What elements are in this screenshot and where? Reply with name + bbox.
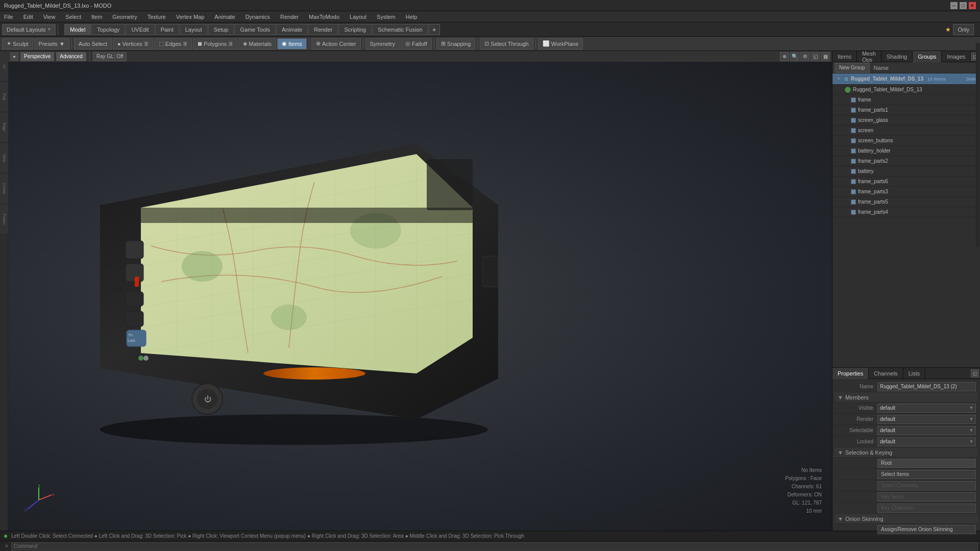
scene-item-frame-parts1[interactable]: frame_parts1: [832, 105, 980, 115]
root-button[interactable]: Root: [877, 459, 976, 468]
scene-item-frame-parts5[interactable]: frame_parts5: [832, 197, 980, 207]
auto-select-button[interactable]: Auto Select: [74, 38, 112, 49]
vp-icon3[interactable]: ⚙: [800, 52, 810, 61]
render-dropdown[interactable]: default ▼: [877, 415, 976, 424]
tab-topology[interactable]: Topology: [91, 24, 125, 35]
menu-help[interactable]: Help: [404, 13, 420, 21]
workplane-button[interactable]: ⬜ WorkPlane: [538, 38, 583, 49]
scene-item-group-member[interactable]: Rugged_Tablet_Mildef_DS_13: [832, 85, 980, 95]
select-through-button[interactable]: ⊡ Select Through: [480, 38, 533, 49]
tab-animate[interactable]: Animate: [276, 24, 308, 35]
tab-items[interactable]: Items: [832, 51, 857, 62]
ray-gl-button[interactable]: Ray GL: Off: [93, 52, 127, 61]
perspective-button[interactable]: Perspective: [20, 52, 54, 61]
menu-view[interactable]: View: [41, 13, 58, 21]
falloff-button[interactable]: ◎ Falloff: [401, 38, 432, 49]
tab-game-tools[interactable]: Game Tools: [234, 24, 276, 35]
scene-item-battery[interactable]: battery: [832, 166, 980, 177]
menu-maxtomodo[interactable]: MaxToModo: [307, 13, 341, 21]
vt-fusion-button[interactable]: Fusion: [0, 204, 8, 235]
select-channels-button[interactable]: Select Channels: [877, 481, 976, 490]
menu-file[interactable]: File: [2, 13, 15, 21]
scene-item-screen-buttons[interactable]: screen_buttons: [832, 136, 980, 146]
vt-uv-button[interactable]: UV: [0, 51, 8, 82]
menu-item[interactable]: Item: [89, 13, 104, 21]
vp-icon1[interactable]: ⊕: [780, 52, 789, 61]
menu-render[interactable]: Render: [278, 13, 301, 21]
polygons-button[interactable]: ◼ Polygons 3: [193, 38, 237, 49]
locked-dropdown[interactable]: default ▼: [877, 437, 976, 446]
maximize-button[interactable]: □: [960, 2, 967, 9]
key-items-button[interactable]: Key Items: [877, 492, 976, 502]
onion-toggle-icon[interactable]: ▼: [838, 516, 843, 522]
props-tab-channels[interactable]: Channels: [869, 368, 903, 379]
items-button[interactable]: ◉ Items: [277, 38, 307, 49]
vp-icon2[interactable]: 🔍: [790, 52, 799, 61]
default-layouts-button[interactable]: Default Layouts ▼: [2, 24, 56, 35]
viewport-canvas[interactable]: ⏻ Fn Lock: [8, 62, 832, 531]
vt-verts-button[interactable]: Verts: [0, 143, 8, 173]
vt-edge-button[interactable]: Edge: [0, 112, 8, 143]
materials-button[interactable]: ◈ Materials: [238, 38, 276, 49]
vp-icon4[interactable]: ◱: [811, 52, 820, 61]
visible-dropdown[interactable]: default ▼: [877, 404, 976, 413]
scene-item-frame-parts4[interactable]: frame_parts4: [832, 207, 980, 217]
tab-scripting[interactable]: Scripting: [338, 24, 372, 35]
name-input[interactable]: [877, 382, 976, 391]
selectable-dropdown[interactable]: default ▼: [877, 426, 976, 435]
scene-item-battery-holder[interactable]: battery_holder: [832, 146, 980, 156]
menu-system[interactable]: System: [375, 13, 398, 21]
vt-poly-button[interactable]: Poly: [0, 82, 8, 112]
close-button[interactable]: ✕: [969, 2, 976, 9]
tab-images[interactable]: Images: [942, 51, 971, 62]
tab-groups[interactable]: Groups: [913, 51, 942, 62]
edges-button[interactable]: ⬚ Edges 3: [154, 38, 192, 49]
only-button[interactable]: Only: [953, 24, 974, 35]
symmetry-button[interactable]: Symmetry: [365, 38, 400, 49]
menu-vertex-map[interactable]: Vertex Map: [174, 13, 207, 21]
tab-paint[interactable]: Paint: [155, 24, 179, 35]
action-center-button[interactable]: ⊕ Action Center: [311, 38, 361, 49]
menu-geometry[interactable]: Geometry: [110, 13, 139, 21]
vt-curves-button[interactable]: Curves: [0, 173, 8, 204]
tab-setup[interactable]: Setup: [208, 24, 234, 35]
key-channels-button[interactable]: Key Channels: [877, 504, 976, 513]
presets-button[interactable]: Presets ▼: [34, 38, 69, 49]
select-items-button[interactable]: Select Items: [877, 470, 976, 479]
scene-item-screen-glass[interactable]: screen_glass: [832, 115, 980, 126]
menu-animate[interactable]: Animate: [212, 13, 237, 21]
tab-render[interactable]: Render: [308, 24, 338, 35]
advanced-button[interactable]: Advanced: [56, 52, 86, 61]
right-scrollbar[interactable]: [976, 43, 980, 247]
selection-toggle-icon[interactable]: ▼: [838, 449, 843, 456]
vertices-button[interactable]: ● Vertices 3: [113, 38, 153, 49]
menu-dynamics[interactable]: Dynamics: [243, 13, 272, 21]
menu-edit[interactable]: Edit: [21, 13, 35, 21]
add-tab-button[interactable]: +: [429, 24, 440, 35]
scene-item-frame-parts2[interactable]: frame_parts2: [832, 156, 980, 166]
vp-icon5[interactable]: ▦: [821, 52, 830, 61]
props-expand-button[interactable]: ◱: [971, 369, 979, 378]
tab-shading[interactable]: Shading: [881, 51, 913, 62]
viewport-camera-toggle[interactable]: ●: [10, 53, 18, 61]
props-tab-properties[interactable]: Properties: [832, 368, 869, 379]
scene-item-screen[interactable]: screen: [832, 126, 980, 136]
menu-select[interactable]: Select: [63, 13, 83, 21]
menu-layout[interactable]: Layout: [348, 13, 369, 21]
scene-item-frame-parts6[interactable]: frame_parts6: [832, 177, 980, 187]
tab-layout[interactable]: Layout: [180, 24, 208, 35]
scene-group-root[interactable]: ▼ Rugged_Tablet_Mildef_DS_13 13 Items De…: [832, 73, 980, 85]
snapping-button[interactable]: ⊞ Snapping: [436, 38, 476, 49]
menu-texture[interactable]: Texture: [145, 13, 168, 21]
tab-uvedit[interactable]: UVEdit: [126, 24, 154, 35]
new-group-button[interactable]: New Group: [835, 63, 870, 73]
tab-model[interactable]: Model: [64, 24, 91, 35]
sculpt-button[interactable]: ✦ Sculpt: [2, 38, 33, 49]
props-tab-lists[interactable]: Lists: [903, 368, 926, 379]
tab-mesh-ops[interactable]: Mesh Ops: [857, 51, 881, 62]
members-toggle-icon[interactable]: ▼: [838, 394, 843, 400]
command-input[interactable]: [11, 542, 978, 550]
scene-item-frame[interactable]: frame: [832, 95, 980, 105]
assign-remove-onion-button[interactable]: Assign/Remove Onion Skinning: [877, 525, 976, 534]
tab-schematic-fusion[interactable]: Schematic Fusion: [372, 24, 428, 35]
